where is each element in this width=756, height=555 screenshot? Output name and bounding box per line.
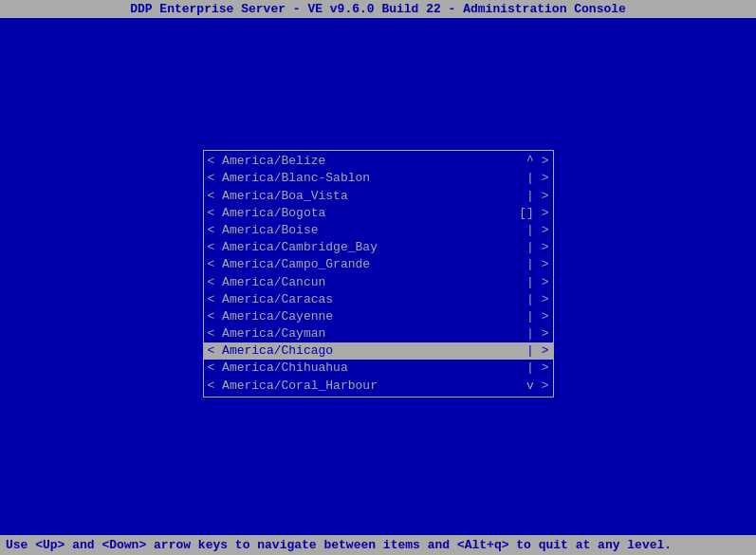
main-area: < America/Belize ^ >< America/Blanc-Sabl…: [0, 18, 756, 529]
list-item-text: < America/Campo_Grande: [208, 256, 527, 273]
list-item-right: | >: [526, 308, 548, 325]
list-item-right: | >: [526, 188, 548, 205]
list-item-text: < America/Caracas: [208, 291, 527, 308]
list-item-text: < America/Boise: [208, 222, 527, 239]
list-item-right: | >: [526, 360, 548, 377]
list-item[interactable]: < America/Cayman | >: [204, 325, 553, 342]
list-item-text: < America/Blanc-Sablon: [208, 170, 527, 187]
list-item[interactable]: < America/Chihuahua | >: [204, 360, 553, 377]
list-item-text: < America/Bogota: [208, 205, 520, 222]
status-bar: Use <Up> and <Down> arrow keys to naviga…: [0, 535, 756, 555]
list-item[interactable]: < America/Cayenne | >: [204, 308, 553, 325]
title-text: DDP Enterprise Server - VE v9.6.0 Build …: [130, 2, 626, 16]
list-item[interactable]: < America/Chicago | >: [204, 342, 553, 360]
list-item-text: < America/Chihuahua: [208, 360, 527, 377]
list-item[interactable]: < America/Campo_Grande | >: [204, 256, 553, 273]
list-item[interactable]: < America/Coral_Harbour v >: [204, 378, 553, 395]
list-item[interactable]: < America/Caracas | >: [204, 291, 553, 308]
list-item[interactable]: < America/Cambridge_Bay | >: [204, 239, 553, 256]
list-item[interactable]: < America/Belize ^ >: [204, 153, 553, 170]
list-item-text: < America/Boa_Vista: [208, 188, 527, 205]
list-item-text: < America/Cancun: [208, 274, 527, 291]
status-text: Use <Up> and <Down> arrow keys to naviga…: [6, 538, 672, 552]
list-item[interactable]: < America/Boa_Vista | >: [204, 188, 553, 205]
list-item-right: | >: [526, 222, 548, 239]
list-item-text: < America/Cayman: [208, 325, 527, 342]
title-bar: DDP Enterprise Server - VE v9.6.0 Build …: [0, 0, 756, 18]
list-item-right: | >: [526, 274, 548, 291]
list-item-right: ^ >: [526, 153, 548, 170]
list-item[interactable]: < America/Boise | >: [204, 222, 553, 239]
list-item-text: < America/Cayenne: [208, 308, 527, 325]
list-item-right: | >: [526, 325, 548, 342]
list-item-text: < America/Coral_Harbour: [208, 378, 527, 395]
list-item-text: < America/Cambridge_Bay: [208, 239, 527, 256]
list-item-right: | >: [526, 256, 548, 273]
list-item-text: < America/Chicago: [208, 342, 527, 360]
list-item[interactable]: < America/Bogota [] >: [204, 205, 553, 222]
list-item[interactable]: < America/Cancun | >: [204, 274, 553, 291]
list-box[interactable]: < America/Belize ^ >< America/Blanc-Sabl…: [203, 150, 554, 398]
list-item-text: < America/Belize: [208, 153, 527, 170]
list-item-right: v >: [526, 378, 548, 395]
list-item-right: | >: [526, 170, 548, 187]
list-item-right: [] >: [519, 205, 548, 222]
list-item-right: | >: [526, 342, 548, 360]
list-item-right: | >: [526, 239, 548, 256]
list-item[interactable]: < America/Blanc-Sablon | >: [204, 170, 553, 187]
list-item-right: | >: [526, 291, 548, 308]
